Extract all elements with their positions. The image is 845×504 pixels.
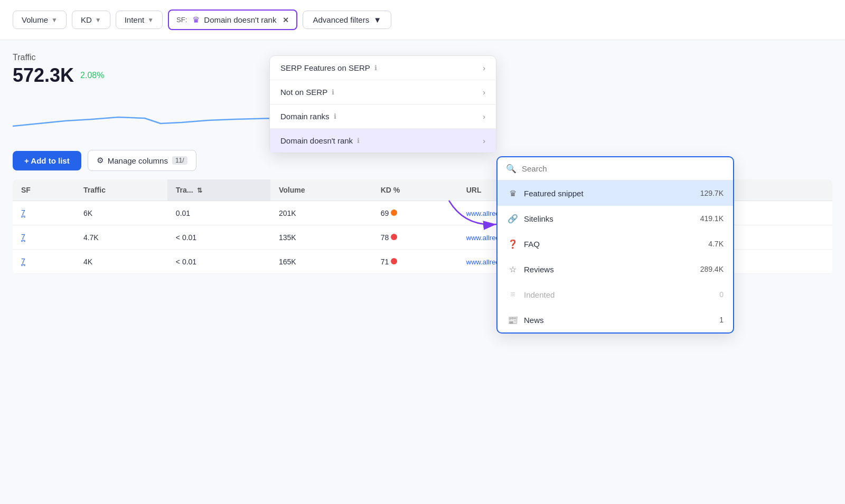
chevron-right-icon-2: › [483, 88, 485, 97]
dropdown-not-on-serp-label: Not on SERP [280, 88, 327, 97]
cell-traffic-0: 6K [75, 201, 167, 225]
indented-count: 0 [719, 290, 724, 299]
chevron-right-icon-4: › [483, 137, 485, 145]
dropdown-domain-doesnt-rank-label: Domain doesn't rank [280, 136, 353, 145]
cell-kd-1: 78 [372, 225, 458, 250]
cell-sf-0: 7 [13, 201, 75, 225]
cell-volume-0: 201K [270, 201, 372, 225]
dropdown-domain-ranks-label: Domain ranks [280, 112, 330, 121]
kd-dot-icon [391, 234, 397, 240]
search-icon: 🔍 [506, 164, 517, 174]
intent-label: Intent [125, 15, 145, 24]
sf-dropdown-menu: SERP Features on SERP ℹ › Not on SERP ℹ … [269, 55, 496, 153]
sf-filter-btn[interactable]: SF: ♛ Domain doesn't rank ✕ [168, 9, 297, 30]
submenu-item-faq[interactable]: ❓ FAQ 4.7K [497, 231, 733, 256]
indented-label: Indented [524, 290, 555, 299]
filter-bar: Volume ▼ KD ▼ Intent ▼ SF: ♛ Domain does… [0, 0, 845, 40]
info-icon-domain-ranks[interactable]: ℹ [334, 112, 336, 120]
submenu-item-featured-snippet[interactable]: ♛ Featured snippet 129.7K [497, 180, 733, 206]
dropdown-item-domain-doesnt-rank[interactable]: Domain doesn't rank ℹ › [270, 129, 496, 153]
faq-label: FAQ [524, 240, 540, 249]
cell-traffic-1: 4.7K [75, 225, 167, 250]
cell-sf-2: 7 [13, 250, 75, 274]
sf-value-label: Domain doesn't rank [204, 15, 276, 24]
reviews-label: Reviews [524, 265, 554, 274]
kd-filter-btn[interactable]: KD ▼ [72, 11, 110, 29]
crown-icon: ♛ [192, 15, 200, 25]
col-sf: SF [13, 179, 75, 201]
submenu-item-news[interactable]: 📰 News 1 [497, 307, 733, 332]
domain-doesnt-rank-submenu: 🔍 ♛ Featured snippet 129.7K 🔗 Sitelinks … [496, 156, 734, 334]
kd-label: KD [81, 15, 92, 24]
indented-icon: ≡ [507, 289, 519, 300]
sitelinks-label: Sitelinks [524, 214, 553, 223]
intent-chevron-icon: ▼ [147, 16, 154, 24]
cell-traffic-2: 4K [75, 250, 167, 274]
sf-prefix-label: SF: [176, 16, 187, 24]
volume-label: Volume [22, 15, 48, 24]
news-icon: 📰 [507, 314, 519, 326]
faq-icon: ❓ [507, 238, 519, 250]
kd-dot-icon [391, 210, 397, 216]
manage-columns-button[interactable]: ⚙ Manage columns 11/ [88, 150, 196, 171]
cell-volume-1: 135K [270, 225, 372, 250]
advanced-filters-btn[interactable]: Advanced filters ▼ [303, 11, 391, 29]
submenu-search-input[interactable] [522, 164, 725, 173]
add-to-list-label: + Add to list [24, 156, 70, 165]
kd-dot-icon [391, 258, 397, 264]
col-kd: KD % [372, 179, 458, 201]
submenu-item-sitelinks[interactable]: 🔗 Sitelinks 419.1K [497, 206, 733, 231]
volume-chevron-icon: ▼ [51, 16, 58, 24]
col-traffic: Traffic [75, 179, 167, 201]
cell-tra-0: 0.01 [167, 201, 270, 225]
info-icon-domain-doesnt-rank[interactable]: ℹ [357, 137, 360, 145]
submenu-item-reviews[interactable]: ☆ Reviews 289.4K [497, 256, 733, 282]
news-count: 1 [719, 316, 724, 324]
sort-icon: ⇅ [197, 187, 202, 194]
kd-chevron-icon: ▼ [95, 16, 101, 24]
gear-icon: ⚙ [97, 156, 104, 165]
info-icon-not-serp[interactable]: ℹ [332, 88, 334, 96]
columns-count-badge: 11/ [172, 156, 187, 165]
sitelinks-count: 419.1K [700, 214, 724, 223]
col-volume: Volume [270, 179, 372, 201]
submenu-search-bar[interactable]: 🔍 [497, 157, 733, 180]
cell-tra-1: < 0.01 [167, 225, 270, 250]
featured-snippet-count: 129.7K [700, 189, 724, 197]
advanced-chevron-icon: ▼ [373, 15, 381, 24]
dropdown-item-domain-ranks[interactable]: Domain ranks ℹ › [270, 104, 496, 128]
col-tra[interactable]: Tra... ⇅ [167, 179, 270, 201]
add-to-list-button[interactable]: + Add to list [13, 151, 81, 170]
traffic-number: 572.3K [13, 64, 74, 87]
cell-tra-2: < 0.01 [167, 250, 270, 274]
chevron-right-icon: › [483, 64, 485, 72]
sf-close-icon[interactable]: ✕ [283, 16, 289, 24]
intent-filter-btn[interactable]: Intent ▼ [116, 11, 163, 29]
cell-kd-0: 69 [372, 201, 458, 225]
manage-columns-label: Manage columns [108, 156, 168, 165]
reviews-count: 289.4K [700, 265, 724, 273]
dropdown-item-not-on-serp[interactable]: Not on SERP ℹ › [270, 80, 496, 104]
dropdown-serp-features-label: SERP Features on SERP [280, 63, 370, 72]
chevron-right-icon-3: › [483, 112, 485, 121]
cell-sf-1: 7 [13, 225, 75, 250]
info-icon-serp[interactable]: ℹ [374, 64, 377, 72]
news-label: News [524, 316, 544, 325]
advanced-label: Advanced filters [313, 15, 369, 24]
cell-kd-2: 71 [372, 250, 458, 274]
traffic-chart [13, 97, 277, 134]
traffic-change: 2.08% [80, 71, 104, 80]
submenu-items-list: ♛ Featured snippet 129.7K 🔗 Sitelinks 41… [497, 180, 733, 332]
sitelinks-icon: 🔗 [507, 213, 519, 224]
reviews-icon: ☆ [507, 263, 519, 275]
cell-volume-2: 165K [270, 250, 372, 274]
crown-icon: ♛ [507, 187, 519, 199]
volume-filter-btn[interactable]: Volume ▼ [13, 11, 67, 29]
faq-count: 4.7K [708, 240, 724, 248]
dropdown-item-serp-features[interactable]: SERP Features on SERP ℹ › [270, 56, 496, 80]
submenu-item-indented[interactable]: ≡ Indented 0 [497, 282, 733, 307]
featured-snippet-label: Featured snippet [524, 189, 584, 198]
